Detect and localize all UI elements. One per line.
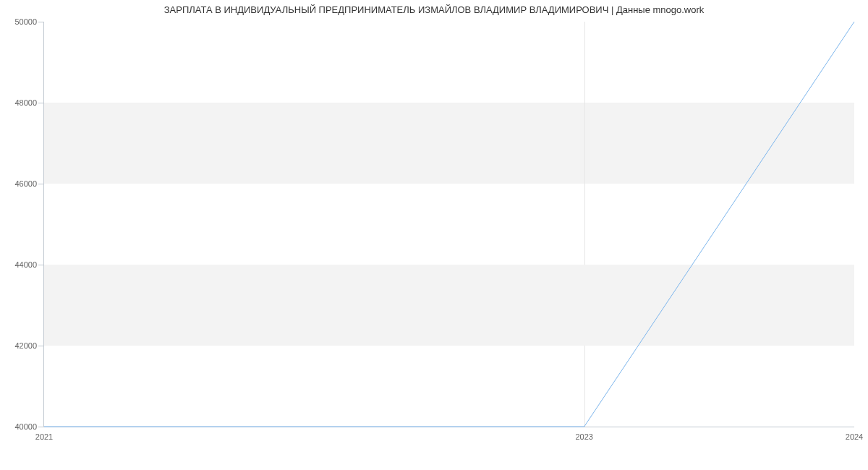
line-series bbox=[44, 22, 854, 427]
plot-area: 4000042000440004600048000500002021202320… bbox=[43, 22, 854, 427]
x-axis-label: 2021 bbox=[35, 427, 53, 441]
chart-title: ЗАРПЛАТА В ИНДИВИДУАЛЬНЫЙ ПРЕДПРИНИМАТЕЛ… bbox=[0, 4, 868, 15]
y-axis-label: 50000 bbox=[14, 17, 44, 26]
y-axis-label: 46000 bbox=[14, 179, 44, 188]
x-axis-label: 2023 bbox=[575, 427, 592, 441]
y-axis-label: 48000 bbox=[14, 98, 44, 107]
y-axis-label: 44000 bbox=[14, 260, 44, 269]
y-axis-label: 42000 bbox=[14, 341, 44, 350]
x-axis-label: 2024 bbox=[846, 427, 863, 441]
chart-container: ЗАРПЛАТА В ИНДИВИДУАЛЬНЫЙ ПРЕДПРИНИМАТЕЛ… bbox=[0, 0, 868, 470]
